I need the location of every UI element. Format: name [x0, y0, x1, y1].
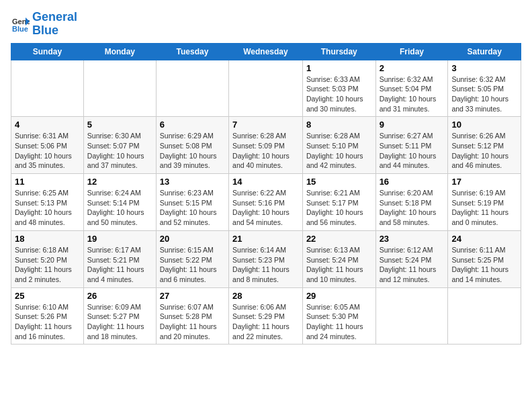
calendar-cell: 12Sunrise: 6:24 AMSunset: 5:14 PMDayligh…: [83, 174, 156, 231]
calendar-week-3: 11Sunrise: 6:25 AMSunset: 5:13 PMDayligh…: [11, 174, 521, 231]
calendar-cell: [375, 287, 448, 345]
day-info: Sunrise: 6:32 AMSunset: 5:04 PMDaylight:…: [380, 75, 445, 114]
day-number: 23: [380, 234, 445, 244]
day-number: 29: [306, 291, 372, 301]
day-info: Sunrise: 6:29 AMSunset: 5:08 PMDaylight:…: [160, 131, 225, 171]
day-info: Sunrise: 6:23 AMSunset: 5:15 PMDaylight:…: [160, 188, 225, 228]
calendar-cell: 20Sunrise: 6:15 AMSunset: 5:22 PMDayligh…: [156, 230, 228, 287]
day-info: Sunrise: 6:18 AMSunset: 5:20 PMDaylight:…: [15, 245, 80, 285]
day-info: Sunrise: 6:15 AMSunset: 5:22 PMDaylight:…: [160, 245, 225, 285]
day-number: 14: [232, 177, 299, 187]
day-info: Sunrise: 6:27 AMSunset: 5:11 PMDaylight:…: [380, 131, 445, 171]
calendar-cell: 14Sunrise: 6:22 AMSunset: 5:16 PMDayligh…: [229, 174, 303, 231]
calendar-cell: 7Sunrise: 6:28 AMSunset: 5:09 PMDaylight…: [229, 117, 303, 174]
svg-text:Blue: Blue: [12, 25, 28, 33]
calendar-cell: 23Sunrise: 6:12 AMSunset: 5:24 PMDayligh…: [375, 230, 448, 287]
day-number: 4: [15, 120, 80, 130]
day-info: Sunrise: 6:19 AMSunset: 5:19 PMDaylight:…: [451, 188, 517, 228]
day-number: 1: [306, 63, 372, 73]
day-number: 10: [451, 120, 517, 130]
day-info: Sunrise: 6:12 AMSunset: 5:24 PMDaylight:…: [380, 245, 445, 285]
day-number: 3: [451, 63, 517, 73]
day-number: 8: [306, 120, 372, 130]
calendar-cell: 24Sunrise: 6:11 AMSunset: 5:25 PMDayligh…: [448, 230, 521, 287]
calendar-cell: 11Sunrise: 6:25 AMSunset: 5:13 PMDayligh…: [11, 174, 84, 231]
day-header-thursday: Thursday: [302, 43, 375, 60]
day-info: Sunrise: 6:31 AMSunset: 5:06 PMDaylight:…: [15, 131, 80, 171]
day-number: 26: [87, 291, 152, 301]
day-number: 21: [232, 234, 299, 244]
day-info: Sunrise: 6:28 AMSunset: 5:10 PMDaylight:…: [306, 131, 372, 171]
calendar-cell: 21Sunrise: 6:14 AMSunset: 5:23 PMDayligh…: [229, 230, 303, 287]
calendar-cell: 19Sunrise: 6:17 AMSunset: 5:21 PMDayligh…: [83, 230, 156, 287]
day-info: Sunrise: 6:14 AMSunset: 5:23 PMDaylight:…: [232, 245, 299, 285]
calendar-cell: [156, 60, 228, 117]
day-header-wednesday: Wednesday: [229, 43, 303, 60]
day-header-monday: Monday: [83, 43, 156, 60]
logo-icon: General Blue: [11, 15, 30, 34]
day-info: Sunrise: 6:06 AMSunset: 5:29 PMDaylight:…: [232, 302, 299, 342]
calendar-header-row: SundayMondayTuesdayWednesdayThursdayFrid…: [11, 43, 521, 60]
day-info: Sunrise: 6:30 AMSunset: 5:07 PMDaylight:…: [87, 131, 152, 171]
calendar-cell: 22Sunrise: 6:13 AMSunset: 5:24 PMDayligh…: [302, 230, 375, 287]
calendar-cell: 18Sunrise: 6:18 AMSunset: 5:20 PMDayligh…: [11, 230, 84, 287]
calendar-cell: 9Sunrise: 6:27 AMSunset: 5:11 PMDaylight…: [375, 117, 448, 174]
calendar-cell: [11, 60, 84, 117]
day-number: 6: [160, 120, 225, 130]
day-number: 15: [306, 177, 372, 187]
day-number: 22: [306, 234, 372, 244]
logo: General Blue GeneralBlue: [11, 11, 77, 38]
calendar-cell: [83, 60, 156, 117]
day-number: 17: [451, 177, 517, 187]
page-header: General Blue GeneralBlue: [11, 11, 521, 38]
day-number: 7: [232, 120, 299, 130]
calendar-week-5: 25Sunrise: 6:10 AMSunset: 5:26 PMDayligh…: [11, 287, 521, 345]
day-number: 12: [87, 177, 152, 187]
day-info: Sunrise: 6:25 AMSunset: 5:13 PMDaylight:…: [15, 188, 80, 228]
calendar-week-2: 4Sunrise: 6:31 AMSunset: 5:06 PMDaylight…: [11, 117, 521, 174]
day-info: Sunrise: 6:32 AMSunset: 5:05 PMDaylight:…: [451, 75, 517, 114]
day-info: Sunrise: 6:20 AMSunset: 5:18 PMDaylight:…: [380, 188, 445, 228]
day-number: 9: [380, 120, 445, 130]
calendar-week-4: 18Sunrise: 6:18 AMSunset: 5:20 PMDayligh…: [11, 230, 521, 287]
day-header-saturday: Saturday: [448, 43, 521, 60]
day-number: 5: [87, 120, 152, 130]
day-number: 27: [160, 291, 225, 301]
day-header-sunday: Sunday: [11, 43, 84, 60]
day-info: Sunrise: 6:09 AMSunset: 5:27 PMDaylight:…: [87, 302, 152, 342]
calendar-table: SundayMondayTuesdayWednesdayThursdayFrid…: [11, 43, 521, 345]
day-info: Sunrise: 6:05 AMSunset: 5:30 PMDaylight:…: [306, 302, 372, 342]
calendar-cell: 15Sunrise: 6:21 AMSunset: 5:17 PMDayligh…: [302, 174, 375, 231]
day-info: Sunrise: 6:11 AMSunset: 5:25 PMDaylight:…: [451, 245, 517, 285]
calendar-cell: 4Sunrise: 6:31 AMSunset: 5:06 PMDaylight…: [11, 117, 84, 174]
day-info: Sunrise: 6:21 AMSunset: 5:17 PMDaylight:…: [306, 188, 372, 228]
day-number: 20: [160, 234, 225, 244]
day-number: 11: [15, 177, 80, 187]
calendar-cell: [448, 287, 521, 345]
calendar-cell: 13Sunrise: 6:23 AMSunset: 5:15 PMDayligh…: [156, 174, 228, 231]
day-number: 25: [15, 291, 80, 301]
calendar-cell: 28Sunrise: 6:06 AMSunset: 5:29 PMDayligh…: [229, 287, 303, 345]
day-number: 13: [160, 177, 225, 187]
calendar-cell: 8Sunrise: 6:28 AMSunset: 5:10 PMDaylight…: [302, 117, 375, 174]
day-info: Sunrise: 6:28 AMSunset: 5:09 PMDaylight:…: [232, 131, 299, 171]
day-info: Sunrise: 6:33 AMSunset: 5:03 PMDaylight:…: [306, 75, 372, 114]
logo-text: GeneralBlue: [32, 11, 77, 38]
day-info: Sunrise: 6:17 AMSunset: 5:21 PMDaylight:…: [87, 245, 152, 285]
day-header-friday: Friday: [375, 43, 448, 60]
calendar-cell: 25Sunrise: 6:10 AMSunset: 5:26 PMDayligh…: [11, 287, 84, 345]
calendar-cell: 1Sunrise: 6:33 AMSunset: 5:03 PMDaylight…: [302, 60, 375, 117]
day-number: 19: [87, 234, 152, 244]
day-number: 18: [15, 234, 80, 244]
day-info: Sunrise: 6:22 AMSunset: 5:16 PMDaylight:…: [232, 188, 299, 228]
calendar-cell: 6Sunrise: 6:29 AMSunset: 5:08 PMDaylight…: [156, 117, 228, 174]
calendar-cell: 5Sunrise: 6:30 AMSunset: 5:07 PMDaylight…: [83, 117, 156, 174]
day-number: 16: [380, 177, 445, 187]
day-info: Sunrise: 6:10 AMSunset: 5:26 PMDaylight:…: [15, 302, 80, 342]
day-number: 24: [451, 234, 517, 244]
calendar-cell: 27Sunrise: 6:07 AMSunset: 5:28 PMDayligh…: [156, 287, 228, 345]
day-info: Sunrise: 6:13 AMSunset: 5:24 PMDaylight:…: [306, 245, 372, 285]
day-number: 2: [380, 63, 445, 73]
calendar-cell: 3Sunrise: 6:32 AMSunset: 5:05 PMDaylight…: [448, 60, 521, 117]
day-number: 28: [232, 291, 299, 301]
